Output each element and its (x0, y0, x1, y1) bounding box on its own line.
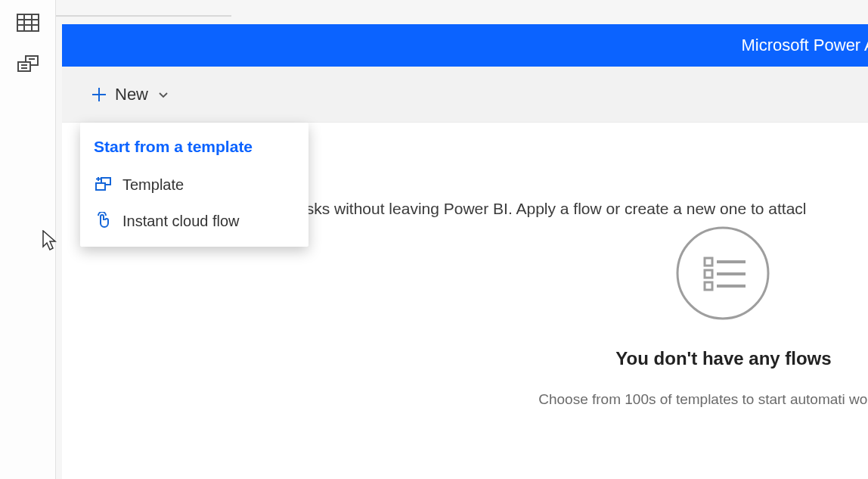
dropdown-item-label: Instant cloud flow (122, 213, 240, 230)
top-divider (56, 15, 231, 17)
new-button-label: New (115, 85, 148, 104)
dropdown-item-template[interactable]: Template (80, 166, 308, 203)
left-rail (0, 0, 56, 479)
toolbar: New (62, 67, 868, 123)
app-title: Microsoft Power Au (741, 36, 868, 55)
new-button[interactable]: New (83, 80, 177, 109)
svg-rect-6 (18, 62, 30, 71)
main-panel: Microsoft Power Au New isks wi (62, 24, 868, 479)
rail-table-button[interactable] (0, 3, 56, 45)
dropdown-item-label: Template (122, 176, 184, 194)
empty-state-icon (674, 225, 771, 322)
svg-rect-15 (705, 270, 712, 278)
svg-rect-17 (705, 282, 712, 290)
empty-state-subtitle: Choose from 100s of templates to start a… (531, 389, 868, 411)
table-icon (17, 14, 39, 35)
dropdown-item-instant-cloud-flow[interactable]: Instant cloud flow (80, 203, 308, 239)
app-banner: Microsoft Power Au (62, 24, 868, 67)
new-dropdown-menu: Start from a template Template (80, 123, 308, 247)
svg-rect-22 (96, 183, 105, 190)
tap-icon (94, 212, 112, 230)
plus-icon (91, 86, 107, 103)
rail-model-button[interactable] (0, 45, 56, 88)
svg-rect-13 (705, 258, 712, 266)
svg-rect-0 (17, 14, 39, 31)
dropdown-header: Start from a template (80, 135, 308, 166)
content-area: isks without leaving Power BI. Apply a f… (62, 123, 868, 479)
model-icon (17, 55, 39, 78)
chevron-down-icon (157, 89, 169, 101)
template-icon (94, 176, 112, 194)
empty-state-title: You don't have any flows (546, 348, 868, 369)
body-text: isks without leaving Power BI. Apply a f… (302, 200, 807, 218)
